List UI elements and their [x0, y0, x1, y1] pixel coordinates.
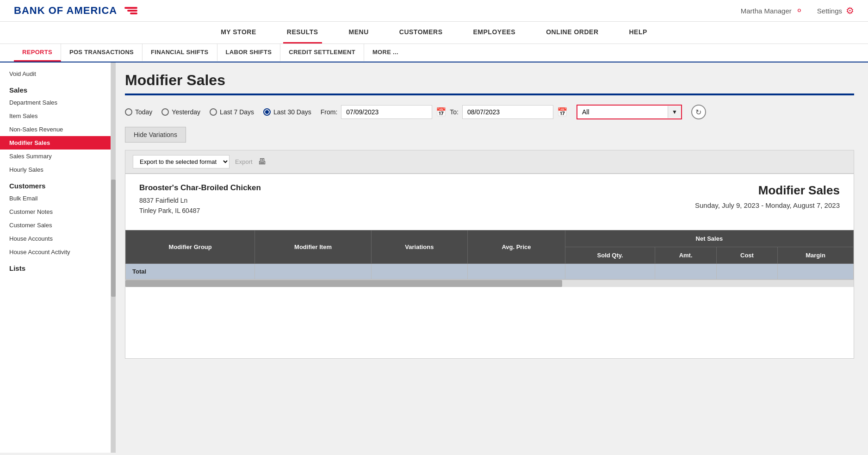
sidebar-item-customer-notes[interactable]: Customer Notes [0, 205, 111, 218]
sidebar-item-item-sales[interactable]: Item Sales [0, 109, 111, 123]
export-bar: Export to the selected format Export 🖶 [125, 150, 854, 174]
radio-group: Today Yesterday Last 7 Days Last 30 Days [125, 108, 311, 116]
layout: Void Audit Sales Department Sales Item S… [0, 62, 868, 453]
td-total-modifier-item [255, 263, 371, 279]
report-header: Brooster's Char-Broiled Chicken 8837 Fai… [125, 174, 854, 225]
filter-input[interactable] [577, 106, 668, 118]
from-calendar-icon[interactable]: 📅 [436, 107, 446, 117]
nav-customers[interactable]: CUSTOMERS [396, 22, 446, 44]
sidebar-section-lists: Lists [0, 259, 111, 274]
th-modifier-group: Modifier Group [126, 230, 255, 263]
sidebar-item-department-sales[interactable]: Department Sales [0, 96, 111, 109]
td-total-amt [655, 263, 716, 279]
nav-employees[interactable]: EMPLOYEES [470, 22, 520, 44]
td-total-label: Total [126, 263, 255, 279]
subnav-labor-shifts[interactable]: LABOR SHIFTS [217, 44, 281, 62]
to-label: To: [450, 108, 459, 116]
subnav-more[interactable]: MORE ... [364, 44, 407, 62]
export-format-select[interactable]: Export to the selected format [133, 155, 229, 168]
nav-online-order[interactable]: ONLINE ORDER [542, 22, 602, 44]
sidebar-item-void-audit[interactable]: Void Audit [0, 67, 111, 81]
subnav-financial-shifts[interactable]: FINANCIAL SHIFTS [143, 44, 217, 62]
user-area[interactable]: Martha Manager ⚬ [741, 5, 803, 16]
subnav-credit-settlement[interactable]: CREDIT SETTLEMENT [280, 44, 364, 62]
radio-yesterday-label: Yesterday [172, 108, 200, 116]
radio-yesterday[interactable]: Yesterday [161, 108, 200, 116]
sidebar-scrollbar[interactable] [111, 62, 116, 453]
nav-help[interactable]: HELP [626, 22, 651, 44]
report-date-range: Sunday, July 9, 2023 - Monday, August 7,… [695, 201, 840, 209]
logo-stripe-3 [130, 12, 137, 14]
nav-menu[interactable]: MENU [345, 22, 372, 44]
report-container: Brooster's Char-Broiled Chicken 8837 Fai… [125, 174, 854, 359]
header-right: Martha Manager ⚬ Settings ⚙ [741, 5, 854, 16]
radio-today-label: Today [135, 108, 152, 116]
dropdown-arrow[interactable]: ▼ [668, 106, 681, 118]
report-title: Modifier Sales [695, 183, 840, 198]
sidebar-scrollbar-thumb [111, 180, 116, 297]
report-store: Brooster's Char-Broiled Chicken 8837 Fai… [139, 183, 261, 216]
logo-stripe-1 [124, 7, 137, 9]
hide-variations-button[interactable]: Hide Variations [125, 127, 186, 143]
sidebar-item-non-sales-revenue[interactable]: Non-Sales Revenue [0, 123, 111, 136]
td-total-margin [778, 263, 854, 279]
sidebar-item-hourly-sales[interactable]: Hourly Sales [0, 163, 111, 176]
to-calendar-icon[interactable]: 📅 [557, 107, 567, 117]
sidebar: Void Audit Sales Department Sales Item S… [0, 62, 111, 453]
app-header: BANK OF AMERICA Martha Manager ⚬ Setting… [0, 0, 868, 22]
sub-nav: REPORTS POS TRANSACTIONS FINANCIAL SHIFT… [0, 44, 868, 62]
td-total-avg-price [468, 263, 565, 279]
settings-label: Settings [817, 7, 842, 15]
radio-circle-last30 [263, 108, 271, 116]
sidebar-section-sales: Sales [0, 81, 111, 96]
report-scrollbar[interactable] [125, 280, 854, 287]
page-title: Modifier Sales [125, 72, 854, 89]
radio-last30[interactable]: Last 30 Days [263, 108, 311, 116]
sidebar-section-customers: Customers [0, 176, 111, 192]
print-icon[interactable]: 🖶 [258, 157, 267, 167]
report-table: Modifier Group Modifier Item Variations … [125, 230, 854, 280]
th-sold-qty: Sold Qty. [565, 247, 655, 263]
main-content: Modifier Sales Today Yesterday Last 7 Da… [111, 62, 868, 453]
sidebar-item-bulk-email[interactable]: Bulk Email [0, 192, 111, 205]
nav-my-store[interactable]: MY STORE [217, 22, 260, 44]
radio-circle-yesterday [161, 108, 169, 116]
settings-area[interactable]: Settings ⚙ [817, 5, 854, 16]
refresh-button[interactable]: ↻ [691, 105, 706, 119]
store-address-line2: Tinley Park, IL 60487 [139, 206, 261, 216]
to-date-input[interactable] [462, 105, 553, 119]
subnav-reports[interactable]: REPORTS [14, 44, 61, 62]
radio-last30-label: Last 30 Days [273, 108, 311, 116]
sidebar-wrapper: Void Audit Sales Department Sales Item S… [0, 62, 111, 453]
logo-stripe-2 [127, 10, 137, 12]
filters-row: Today Yesterday Last 7 Days Last 30 Days… [125, 105, 854, 119]
user-icon: ⚬ [795, 5, 803, 16]
sidebar-item-modifier-sales[interactable]: Modifier Sales [0, 136, 111, 150]
sidebar-item-house-accounts[interactable]: House Accounts [0, 232, 111, 245]
radio-last7-label: Last 7 Days [220, 108, 254, 116]
export-button[interactable]: Export [235, 158, 253, 165]
gear-icon: ⚙ [846, 5, 854, 16]
sidebar-item-sales-summary[interactable]: Sales Summary [0, 150, 111, 163]
sidebar-item-house-account-activity[interactable]: House Account Activity [0, 245, 111, 259]
radio-last7[interactable]: Last 7 Days [210, 108, 254, 116]
from-label: From: [321, 108, 338, 116]
title-divider [125, 93, 854, 95]
store-name: Brooster's Char-Broiled Chicken [139, 183, 261, 193]
radio-today[interactable]: Today [125, 108, 152, 116]
report-scrollbar-thumb [125, 280, 562, 287]
th-avg-price: Avg. Price [468, 230, 565, 263]
user-name: Martha Manager [741, 7, 792, 15]
th-variations: Variations [371, 230, 467, 263]
nav-results[interactable]: RESULTS [283, 22, 322, 44]
radio-circle-last7 [210, 108, 217, 116]
sidebar-item-customer-sales[interactable]: Customer Sales [0, 218, 111, 232]
subnav-pos-transactions[interactable]: POS TRANSACTIONS [61, 44, 143, 62]
logo-icon [124, 7, 137, 14]
td-total-sold-qty [565, 263, 655, 279]
from-date-input[interactable] [341, 105, 432, 119]
dropdown-filter[interactable]: ▼ [577, 105, 682, 119]
main-nav: MY STORE RESULTS MENU CUSTOMERS EMPLOYEE… [0, 22, 868, 44]
td-total-cost [716, 263, 777, 279]
logo-area: BANK OF AMERICA [14, 5, 137, 17]
